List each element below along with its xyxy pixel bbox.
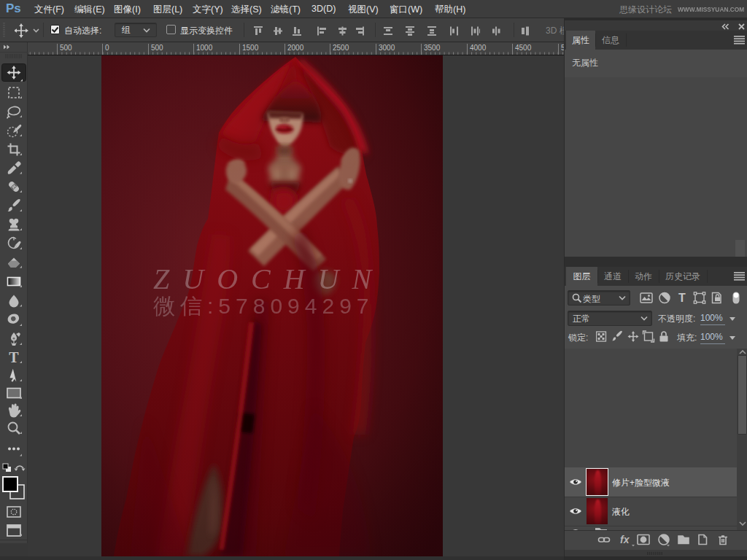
svg-text:1500: 1500 xyxy=(242,44,259,52)
svg-text:3500: 3500 xyxy=(424,44,441,52)
svg-text:T: T xyxy=(678,292,686,304)
svg-text:2000: 2000 xyxy=(287,44,304,52)
svg-text:2500: 2500 xyxy=(333,44,349,52)
svg-text:500: 500 xyxy=(60,44,72,52)
svg-text:1000: 1000 xyxy=(196,44,213,52)
svg-text:500: 500 xyxy=(151,44,163,52)
svg-text:ZUOCHUN: ZUOCHUN xyxy=(153,262,384,295)
svg-text:3000: 3000 xyxy=(379,44,395,52)
svg-text:0: 0 xyxy=(105,44,109,52)
svg-text:4000: 4000 xyxy=(470,44,487,52)
svg-text:4500: 4500 xyxy=(515,44,532,52)
svg-text:T: T xyxy=(9,349,19,365)
svg-text:微信:578094297: 微信:578094297 xyxy=(153,294,374,318)
svg-text:fx: fx xyxy=(620,534,630,545)
